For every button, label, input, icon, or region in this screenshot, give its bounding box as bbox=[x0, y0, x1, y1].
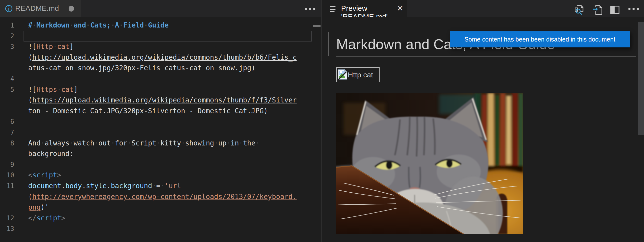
editor-row[interactable]: png)' bbox=[0, 202, 312, 213]
line-number: 12 bbox=[0, 213, 14, 223]
editor-row[interactable]: 7 bbox=[0, 127, 312, 138]
editor-row[interactable]: 13 bbox=[0, 223, 312, 234]
editor-row[interactable]: 11document.body.style.background·=·'url bbox=[0, 181, 312, 191]
line-number: 13 bbox=[0, 223, 14, 234]
vscode-window: README.md 1#·Markdown·and·Cats;·A·Field·… bbox=[0, 0, 644, 242]
close-icon[interactable]: ✕ bbox=[397, 4, 403, 13]
line-number: 9 bbox=[0, 159, 14, 170]
editor-tabstrip: README.md bbox=[0, 0, 321, 17]
editor-row[interactable]: 8And·always·watch·out·for·Script·kitty·s… bbox=[0, 138, 312, 149]
editor-row[interactable]: 2 bbox=[0, 31, 312, 42]
editor-row[interactable]: (http://upload.wikimedia.org/wikipedia/c… bbox=[0, 52, 312, 63]
more-actions-icon[interactable] bbox=[628, 8, 639, 10]
broken-image-placeholder: Http cat bbox=[336, 67, 380, 82]
editor-scrollbar-gutter-line bbox=[312, 17, 312, 242]
line-number: 11 bbox=[0, 181, 14, 191]
editor-row[interactable]: 3![Http·cat] bbox=[0, 41, 312, 52]
dirty-indicator bbox=[68, 6, 74, 12]
line-number: 1 bbox=[0, 20, 14, 31]
line-number: 4 bbox=[0, 73, 14, 84]
tab-readme-md[interactable]: README.md bbox=[0, 0, 81, 17]
editor-row[interactable]: 10<script> bbox=[0, 170, 312, 181]
tab-preview-readme[interactable]: Preview 'README.md' ✕ bbox=[322, 0, 407, 17]
preview-scrollbar[interactable] bbox=[638, 22, 644, 135]
editor-row[interactable]: (http://everywhereagency.com/wp-content/… bbox=[0, 191, 312, 202]
editor-row[interactable]: 12</script> bbox=[0, 213, 312, 223]
line-number: 8 bbox=[0, 138, 14, 149]
editor-row[interactable]: atus-cat_on_snow.jpg/320px-Felis_catus-c… bbox=[0, 63, 312, 73]
editor-more-actions-button[interactable] bbox=[305, 8, 316, 10]
line-number: 5 bbox=[0, 84, 14, 95]
broken-image-alt-text: Http cat bbox=[348, 71, 373, 79]
preview-active-line-marker bbox=[328, 32, 329, 56]
broken-image-icon bbox=[338, 69, 348, 81]
editor-row[interactable]: (https://upload.wikimedia.org/wikipedia/… bbox=[0, 95, 312, 106]
editor-row[interactable]: 1#·Markdown·and·Cats;·A·Field·Guide bbox=[0, 20, 312, 31]
find-in-preview-icon[interactable] bbox=[574, 5, 585, 16]
info-icon bbox=[5, 5, 13, 14]
https-cat-image bbox=[336, 93, 523, 234]
line-number: 6 bbox=[0, 116, 14, 127]
heading-rule bbox=[336, 56, 636, 57]
line-number: 7 bbox=[0, 127, 14, 138]
line-number: 10 bbox=[0, 170, 14, 181]
editor-row[interactable]: ton_-_Domestic_Cat.JPG/320px-Silverton_-… bbox=[0, 106, 312, 116]
tab-label: README.md bbox=[15, 4, 59, 13]
editor-row[interactable]: 6 bbox=[0, 116, 312, 127]
split-editor-icon[interactable] bbox=[610, 6, 620, 16]
content-disabled-notification: Some content has been been disabled in t… bbox=[450, 31, 630, 47]
editor-row[interactable]: background: bbox=[0, 148, 312, 159]
editor-row[interactable]: 5![Https·cat] bbox=[0, 84, 312, 95]
line-number: 3 bbox=[0, 41, 14, 52]
editor-row[interactable]: 4 bbox=[0, 73, 312, 84]
editor-pane[interactable]: 1#·Markdown·and·Cats;·A·Field·Guide23![H… bbox=[0, 17, 312, 242]
line-number: 2 bbox=[0, 31, 14, 42]
editor-row[interactable]: 9 bbox=[0, 159, 312, 170]
preview-tabstrip: Preview 'README.md' ✕ bbox=[322, 0, 644, 17]
markdown-preview-icon bbox=[330, 6, 336, 13]
open-source-file-icon[interactable] bbox=[592, 5, 603, 16]
overview-ruler-cursor-marker bbox=[313, 25, 320, 27]
